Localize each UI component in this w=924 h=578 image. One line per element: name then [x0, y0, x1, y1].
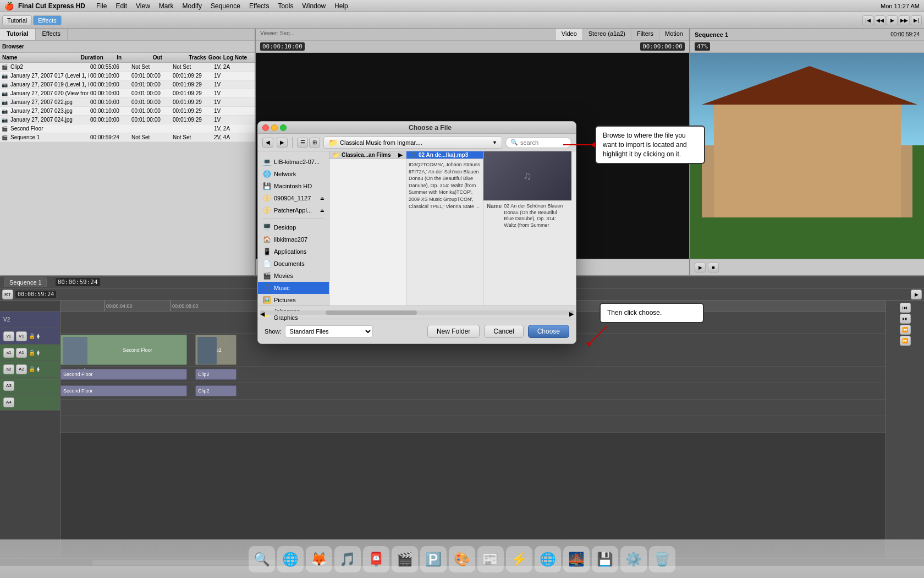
sidebar-item-network[interactable]: 🌐 Network [258, 168, 329, 180]
preview-meta: Name 02 An der Schönen Blauen Donau (On … [483, 201, 571, 232]
file-dialog: Choose a File ◀ ▶ ☰ ⊞ 📁 Classical Music … [257, 121, 576, 344]
col2-preview-text: ID3Q2TCOM%', Johann Strauss IITIT2A,' An… [406, 159, 483, 306]
home-icon: 🏠 [262, 235, 271, 244]
sidebar-documents-label: Documents [274, 260, 305, 267]
sidebar-divider [262, 219, 324, 219]
cancel-button[interactable]: Cancel [484, 325, 523, 338]
sidebar-item-lib[interactable]: 💻 LIB-kitmac2-07... [258, 156, 329, 168]
sidebar-movies-label: Movies [274, 272, 293, 279]
scroll-right-btn[interactable]: ▶ [569, 310, 574, 315]
view-list-btn[interactable]: ☰ [297, 138, 308, 148]
show-select[interactable]: Standard Files All Files [285, 325, 373, 337]
show-label: Show: [265, 328, 282, 335]
sidebar-item-documents[interactable]: 📄 Documents [258, 258, 329, 270]
network-icon: 🌐 [262, 170, 271, 178]
view-btns: ☰ ⊞ [297, 138, 320, 148]
patcher-eject-icon: ⏏ [320, 208, 324, 213]
search-box: 🔍 [505, 137, 571, 148]
scroll-left-btn[interactable]: ◀ [260, 310, 265, 315]
dialog-files: 📁 Classica...an Films ▶ 🎵 02 An de...lka… [329, 151, 576, 306]
computer-icon: 💻 [262, 157, 271, 166]
preview-pane: ♫ Name 02 An der Schönen Blauen Donau (O… [483, 151, 571, 306]
file-column-2: 🎵 02 An de...lka).mp3 ID3Q2TCOM%', Johan… [406, 151, 483, 306]
movies-icon: 🎬 [262, 271, 271, 280]
sidebar-pictures-label: Pictures [274, 297, 296, 303]
search-input[interactable] [520, 139, 564, 146]
folder-col1-icon: 📁 [333, 152, 339, 158]
dialog-minimize-btn[interactable] [271, 124, 278, 131]
audio-preview-visual: ♫ [483, 151, 571, 200]
dialog-titlebar: Choose a File [258, 122, 576, 134]
location-chevron-icon: ▼ [492, 140, 497, 145]
show-row: Show: Standard Files All Files [265, 325, 423, 337]
hd-icon: 💾 [262, 182, 271, 190]
pictures-icon: 🖼️ [262, 296, 271, 304]
dialog-sidebar: 💻 LIB-kitmac2-07... 🌐 Network 💾 Macintos… [258, 151, 329, 306]
browse-tooltip-text: Browse to where the file you want to imp… [603, 132, 687, 158]
sidebar-music-label: Music [274, 285, 290, 291]
new-folder-button[interactable]: New Folder [427, 325, 480, 338]
sidebar-item-pictures[interactable]: 🖼️ Pictures [258, 294, 329, 306]
documents-icon: 📄 [262, 259, 271, 268]
browse-tooltip-arrow [563, 142, 595, 148]
view-column-btn[interactable]: ⊞ [309, 138, 320, 148]
sidebar-090904-label: 090904_1127 [274, 195, 311, 201]
nav-divider [292, 137, 293, 148]
choose-tooltip-arrow [586, 324, 608, 347]
dialog-title: Choose a File [289, 124, 571, 132]
col2-title: 02 An de...lka).mp3 [419, 152, 468, 158]
sidebar-item-movies[interactable]: 🎬 Movies [258, 270, 329, 282]
sidebar-lib-label: LIB-kitmac2-07... [274, 159, 320, 165]
sidebar-item-libkitmac[interactable]: 🏠 libkitmac207 [258, 233, 329, 246]
col1-files [329, 159, 406, 306]
sidebar-macintosh-label: Macintosh HD [274, 183, 312, 189]
preview-image: ♫ [483, 151, 571, 201]
choose-tooltip: Then click choose. [600, 303, 704, 323]
nav-forward-btn[interactable]: ▶ [277, 138, 288, 148]
search-icon: 🔍 [510, 139, 518, 146]
dialog-content: 💻 LIB-kitmac2-07... 🌐 Network 💾 Macintos… [258, 151, 576, 306]
browse-tooltip: Browse to where the file you want to imp… [595, 126, 705, 164]
meta-name-row: Name 02 An der Schönen Blauen Donau (On … [487, 203, 568, 229]
sidebar-desktop-label: Desktop [274, 224, 296, 231]
choose-button[interactable]: Choose [528, 325, 569, 338]
sidebar-item-music[interactable]: 🎵 Music [258, 282, 329, 294]
eject-icon: ⏏ [320, 196, 324, 201]
sidebar-item-desktop[interactable]: 🖥️ Desktop [258, 221, 329, 233]
disk-icon: 📀 [262, 194, 271, 203]
meta-name-label: Name [487, 203, 502, 229]
sidebar-item-applications[interactable]: 📱 Applications [258, 246, 329, 258]
file-column-1: 📁 Classica...an Films ▶ [329, 151, 406, 306]
nav-back-btn[interactable]: ◀ [262, 138, 273, 148]
scrollbar-track[interactable] [265, 310, 569, 315]
choose-tooltip-text: Then click choose. [607, 309, 662, 317]
applications-icon: 📱 [262, 247, 271, 256]
file-col2-icon: 🎵 [410, 152, 416, 158]
dialog-close-btn[interactable] [262, 124, 269, 131]
sidebar-item-patcher[interactable]: 📀 PatcherAppl... ⏏ [258, 204, 329, 216]
dialog-overlay: Choose a File ◀ ▶ ☰ ⊞ 📁 Classical Music … [0, 0, 924, 578]
location-text: Classical Music from Ingmar.... [340, 139, 422, 146]
patcher-icon: 📀 [262, 206, 271, 215]
col1-header: 📁 Classica...an Films ▶ [329, 151, 406, 159]
dialog-nav: ◀ ▶ ☰ ⊞ 📁 Classical Music from Ingmar...… [258, 134, 576, 151]
sidebar-patcher-label: PatcherAppl... [274, 207, 312, 214]
col1-title: Classica...an Films [342, 152, 391, 158]
sidebar-item-090904[interactable]: 📀 090904_1127 ⏏ [258, 192, 329, 204]
scrollbar-thumb[interactable] [326, 310, 417, 315]
dialog-maximize-btn[interactable] [280, 124, 287, 131]
desktop-icon: 🖥️ [262, 223, 271, 232]
col1-arrow: ▶ [398, 152, 403, 158]
folder-icon: 📁 [328, 138, 338, 147]
sidebar-libkitmac-label: libkitmac207 [274, 236, 307, 243]
sidebar-network-label: Network [274, 171, 296, 177]
music-icon: 🎵 [262, 283, 271, 292]
location-selector[interactable]: 📁 Classical Music from Ingmar.... ▼ [323, 137, 502, 149]
sidebar-applications-label: Applications [274, 248, 306, 255]
meta-name-value: 02 An der Schönen Blauen Donau (On the B… [504, 203, 568, 229]
col2-header: 🎵 02 An de...lka).mp3 [406, 151, 483, 159]
sidebar-item-macintosh[interactable]: 💾 Macintosh HD [258, 180, 329, 192]
